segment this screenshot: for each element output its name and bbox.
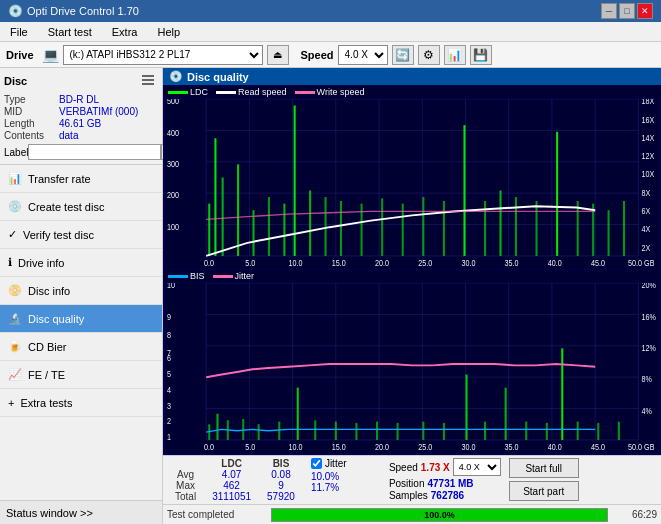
svg-rect-133 [561,348,563,440]
close-button[interactable]: ✕ [637,3,653,19]
disc-settings-button[interactable] [140,72,158,90]
status-window-button[interactable]: Status window >> [0,500,162,524]
svg-rect-69 [608,210,610,256]
minimize-button[interactable]: ─ [601,3,617,19]
svg-text:400: 400 [167,128,179,138]
menu-start-test[interactable]: Start test [42,24,98,40]
legend-bis: BIS [190,271,205,281]
stats-bis-header: BIS [259,458,303,469]
speed-setting-select[interactable]: 4.0 X [453,458,501,476]
svg-text:10.0: 10.0 [289,443,303,453]
stats-total-bis: 57920 [259,491,303,502]
svg-rect-59 [422,197,424,256]
sidebar-item-verify-test-disc[interactable]: ✓ Verify test disc [0,221,162,249]
chart-button[interactable]: 📊 [444,45,466,65]
sidebar-item-drive-info[interactable]: ℹ Drive info [0,249,162,277]
action-buttons: Start full Start part [509,458,579,501]
jitter-section: Jitter 10.0% 11.7% [311,458,381,493]
svg-text:50.0 GB: 50.0 GB [628,443,655,453]
legend-write-speed: Write speed [317,87,365,97]
fe-te-label: FE / TE [28,369,65,381]
stats-avg-bis: 0.08 [259,469,303,480]
refresh-button[interactable]: 🔄 [392,45,414,65]
start-part-button[interactable]: Start part [509,481,579,501]
sidebar-item-cd-bier[interactable]: 🍺 CD Bier [0,333,162,361]
maximize-button[interactable]: □ [619,3,635,19]
stats-total-label: Total [167,491,204,502]
extra-tests-label: Extra tests [20,397,72,409]
sidebar-item-create-test-disc[interactable]: 💿 Create test disc [0,193,162,221]
svg-text:9: 9 [167,312,171,322]
drive-label: Drive [6,49,34,61]
status-window-label: Status window >> [6,507,93,519]
svg-rect-53 [309,191,311,256]
save-button[interactable]: 💾 [470,45,492,65]
sidebar-item-transfer-rate[interactable]: 📊 Transfer rate [0,165,162,193]
svg-rect-60 [443,201,445,256]
jitter-avg-value: 10.0% [311,471,339,482]
speed-label: Speed [301,49,334,61]
svg-text:6X: 6X [642,206,651,216]
svg-text:40.0: 40.0 [548,443,562,453]
drive-select[interactable]: (k:) ATAPI iHBS312 2 PL17 [63,45,263,65]
svg-text:8X: 8X [642,188,651,198]
menu-file[interactable]: File [4,24,34,40]
progress-area: Test completed 100.0% 66:29 [163,504,661,524]
svg-text:5.0: 5.0 [245,259,255,269]
svg-rect-51 [283,204,285,256]
svg-rect-0 [142,79,154,81]
verify-test-disc-label: Verify test disc [23,229,94,241]
sidebar-item-fe-te[interactable]: 📈 FE / TE [0,361,162,389]
sidebar-item-extra-tests[interactable]: + Extra tests [0,389,162,417]
sidebar: Disc Type BD-R DL MID VERBATIMf (000) [0,68,163,524]
menu-help[interactable]: Help [151,24,186,40]
fe-te-icon: 📈 [8,368,22,381]
sidebar-item-disc-info[interactable]: 📀 Disc info [0,277,162,305]
disc-contents-value: data [59,130,78,141]
jitter-checkbox[interactable] [311,458,322,469]
disc-label-input[interactable] [28,144,161,160]
svg-rect-48 [237,164,239,256]
speed-select[interactable]: 4.0 X [338,45,388,65]
start-full-button[interactable]: Start full [509,458,579,478]
legend-jitter: Jitter [235,271,255,281]
disc-mid-value: VERBATIMf (000) [59,106,138,117]
svg-rect-131 [525,422,527,440]
svg-rect-70 [623,201,625,256]
svg-text:12X: 12X [642,151,655,161]
svg-rect-124 [376,422,378,440]
disc-label-row: Label 🔍 [4,144,158,160]
settings-button[interactable]: ⚙ [418,45,440,65]
legend-read-speed: Read speed [238,87,287,97]
eject-button[interactable]: ⏏ [267,45,289,65]
legend-ldc: LDC [190,87,208,97]
sidebar-item-disc-quality[interactable]: 🔬 Disc quality [0,305,162,333]
disc-info-label: Disc info [28,285,70,297]
svg-rect-135 [597,423,599,440]
drive-info-label: Drive info [18,257,64,269]
svg-text:200: 200 [167,191,179,201]
svg-text:10.0: 10.0 [289,259,303,269]
svg-text:35.0: 35.0 [505,443,519,453]
svg-text:300: 300 [167,159,179,169]
svg-text:10X: 10X [642,170,655,180]
svg-rect-63 [499,191,501,256]
stats-total-row: Total 3111051 57920 [167,491,303,502]
stats-ldc-header: LDC [204,458,259,469]
disc-length-value: 46.61 GB [59,118,101,129]
stats-max-bis: 9 [259,480,303,491]
menu-bar: File Start test Extra Help [0,22,661,42]
svg-text:45.0: 45.0 [591,443,605,453]
svg-text:45.0: 45.0 [591,259,605,269]
svg-rect-50 [268,197,270,256]
svg-text:5.0: 5.0 [245,443,255,453]
svg-text:500: 500 [167,99,179,106]
menu-extra[interactable]: Extra [106,24,144,40]
app-icon: 💿 [8,4,23,18]
svg-rect-45 [208,204,210,256]
svg-rect-66 [556,132,558,256]
svg-text:30.0: 30.0 [461,443,475,453]
jitter-avg-row: 10.0% [311,471,381,482]
svg-text:12%: 12% [642,343,657,353]
svg-rect-136 [618,422,620,440]
